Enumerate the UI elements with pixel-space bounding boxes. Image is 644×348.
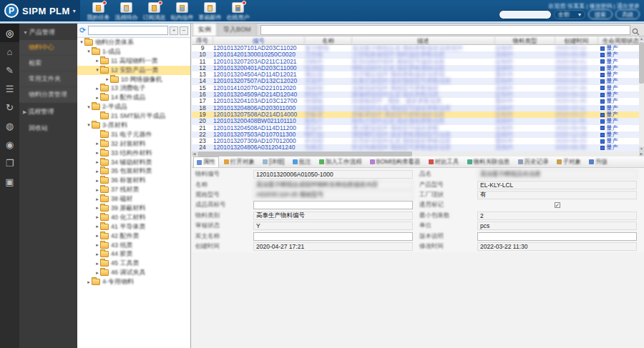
detail-toolbar-button[interactable]: [详细] xyxy=(260,157,288,167)
cell-code-link[interactable]: 1201014102070AD221012020 xyxy=(213,85,305,91)
table-row[interactable]: 20 1201013200408BW021101110 散热片 散热片组件总成 … xyxy=(192,118,644,124)
col-header-index[interactable]: 序号 xyxy=(192,36,213,44)
expand-all-icon[interactable]: + xyxy=(170,26,178,35)
table-row[interactable]: 15 1201014102070AD221012020 线材组 连接线材组件 规… xyxy=(192,85,644,91)
tree-node[interactable]: ▸ 40 化工材料 xyxy=(77,213,190,222)
tree-node[interactable]: 31 电子元器件 xyxy=(77,130,190,139)
table-row[interactable]: 19 1201013207508AD214D14000 屏蔽罩 屏蔽罩组件 规格… xyxy=(192,111,644,118)
menu-section-flow[interactable]: ▶流程管理 xyxy=(19,103,77,119)
broadcast-icon[interactable]: ◉ xyxy=(0,135,19,154)
cell-code-link[interactable]: 1201013200408BW021101110 xyxy=(213,118,305,124)
cell-code-link[interactable]: 1201013207101AD203C11020 xyxy=(213,45,305,51)
col-header-desc[interactable]: 描述 xyxy=(352,36,495,44)
tree-node[interactable]: ▸ 43 纸类 xyxy=(77,241,190,250)
cell-code-link[interactable]: 1201013204508AD114D11200 xyxy=(213,125,305,131)
field-value[interactable] xyxy=(477,232,637,241)
tree-node[interactable]: ▸ 4-专用物料 xyxy=(77,277,190,287)
tree-node[interactable]: ▾ 物料分类体系 xyxy=(77,38,190,47)
cell-code-link[interactable]: 1201013204509AD214D12040 xyxy=(213,91,305,98)
database-icon[interactable]: ☰ xyxy=(0,79,19,98)
cell-code-link[interactable]: 1201013207507AD132C12020 xyxy=(213,78,305,84)
tree-caret-icon[interactable]: ▸ xyxy=(94,86,100,91)
tree-caret-icon[interactable]: ▾ xyxy=(79,39,84,45)
tree-caret-icon[interactable]: ▸ xyxy=(94,159,100,165)
field-value[interactable] xyxy=(253,201,413,209)
tree-node[interactable]: ▸ 42 配件类 xyxy=(77,232,190,241)
field-value[interactable] xyxy=(253,232,413,241)
table-row[interactable]: 13 1201013204504AD114D12021 镜头组 光学镜头组件 规… xyxy=(192,71,644,78)
tree-caret-icon[interactable]: ▸ xyxy=(94,141,100,146)
header-tool-button[interactable]: 在线用户 xyxy=(224,1,252,21)
tree-node[interactable]: 21 SMT贴片半成品 xyxy=(77,111,190,121)
book-icon[interactable]: ❐ xyxy=(0,154,19,172)
tree-node[interactable]: ▸ 11 高端物料一类 xyxy=(77,56,190,66)
horizontal-scrollbar[interactable]: ◀ ▶ xyxy=(192,151,644,156)
field-value[interactable]: 高清显示模组品名信息 xyxy=(477,170,637,179)
cell-code-link[interactable]: 1201013207503AD107011300 xyxy=(213,131,305,138)
menu-item[interactable]: 检索 xyxy=(19,56,77,71)
tab-import-bom[interactable]: 导入BOM xyxy=(218,23,257,36)
menu-item-recycle[interactable]: 回收站 xyxy=(19,119,77,136)
detail-toolbar-button[interactable]: 对比工具 xyxy=(426,157,462,167)
tree-node[interactable]: ▸ 36 标签材料 xyxy=(77,176,190,185)
field-value[interactable]: 120101320006A01050-1000 xyxy=(253,170,413,179)
field-value[interactable]: EL-KLY-LCL xyxy=(477,181,637,189)
cell-code-link[interactable]: 1201013207309AD107012000 xyxy=(213,138,305,144)
tree-search-input[interactable] xyxy=(88,26,168,35)
table-row[interactable]: 9 1201013207101AD203C11020 显示模组 高清显示模组总成… xyxy=(192,45,644,51)
table-row[interactable]: 24 1201013204806A0312041240 包装盒 彩盒包装组件 规… xyxy=(192,144,644,151)
col-header-status[interactable]: 生命周期状态 xyxy=(598,36,644,44)
tree-node[interactable]: ▸ 46 调试夹具 xyxy=(77,268,190,277)
tree-caret-icon[interactable]: ▸ xyxy=(86,279,92,285)
col-header-type[interactable]: 物料类型 xyxy=(495,36,555,44)
cell-code-link[interactable]: 1201013207203AD211C12021 xyxy=(213,59,305,65)
field-value[interactable]: AD203C110-25 规格型号 xyxy=(253,191,413,199)
field-value[interactable]: pcs xyxy=(477,222,637,230)
tree-caret-icon[interactable]: ▸ xyxy=(94,214,100,220)
chat-icon[interactable]: ◍ xyxy=(0,116,19,135)
detail-toolbar-button[interactable]: 加入工作流程 xyxy=(316,157,365,167)
table-row[interactable]: 12 1201013200401AD203C11000 电池组 锂电池组件总成 … xyxy=(192,65,644,71)
col-header-name[interactable]: 名称 xyxy=(305,36,352,44)
table-row[interactable]: 17 1201013204103AD103C12700 按键板 按键板组件 - … xyxy=(192,98,644,104)
tree-caret-icon[interactable]: ▸ xyxy=(94,270,100,276)
global-search-input[interactable] xyxy=(499,10,552,19)
search-nav-icon[interactable]: ◎ xyxy=(0,24,19,42)
tree-caret-icon[interactable]: ▸ xyxy=(94,205,100,211)
tree-node[interactable]: ▸ 44 胶类 xyxy=(77,249,190,259)
tree-node[interactable]: ▸ 45 工具类 xyxy=(77,259,190,268)
cell-code-link[interactable]: 1201013200401AD203C11000 xyxy=(213,65,305,71)
tree-caret-icon[interactable]: ▸ xyxy=(94,187,100,193)
tree-node[interactable]: ▸ 33 结构件材料 xyxy=(77,149,190,158)
tree-caret-icon[interactable]: ▾ xyxy=(86,49,92,54)
tree-caret-icon[interactable]: ▸ xyxy=(94,178,100,184)
header-tool-button[interactable]: 我的任务 xyxy=(84,1,112,21)
tree-node[interactable]: ▸ 14 配件成品 xyxy=(77,93,190,102)
checkbox[interactable]: ✓ xyxy=(555,202,560,208)
app-logo[interactable]: P SIPM PLM ▾ xyxy=(0,0,80,21)
search-button[interactable]: 搜索 xyxy=(588,9,613,19)
collapse-all-icon[interactable]: − xyxy=(180,26,188,35)
home-icon[interactable]: ⌂ xyxy=(0,42,19,61)
scroll-down-arrow[interactable]: ▼ xyxy=(639,146,644,151)
table-row[interactable]: 18 1201013204806AD203011000 天线组 天线组件总成 规… xyxy=(192,105,644,111)
detail-toolbar-button[interactable]: 子对象 xyxy=(554,157,585,167)
tree-caret-icon[interactable]: ▾ xyxy=(94,67,100,73)
advanced-search-button[interactable]: 高级 xyxy=(615,9,640,19)
tree-node[interactable]: ▸ 13 消费电子 xyxy=(77,84,190,93)
col-header-time[interactable]: 创建时间 xyxy=(555,36,598,44)
field-value[interactable]: 有 xyxy=(477,191,637,199)
tab-instance[interactable]: 实例 xyxy=(192,23,217,36)
cell-code-link[interactable]: 1201013204806AD203011000 xyxy=(213,105,305,111)
tree-caret-icon[interactable]: ▾ xyxy=(86,104,92,110)
cell-code-link[interactable]: 1201013204504AD114D12021 xyxy=(213,71,305,78)
table-row[interactable]: 16 1201013204509AD214D12040 模组件 摄像模组组件总成… xyxy=(192,91,644,98)
tree-node[interactable]: ▾ 2-半成品 xyxy=(77,102,190,111)
tree-caret-icon[interactable]: ▸ xyxy=(104,76,110,82)
field-value[interactable]: 2022-03-22 11:30 xyxy=(477,242,637,251)
tree-caret-icon[interactable]: ▸ xyxy=(94,197,100,202)
tree-node[interactable]: ▾ 12 安防产品一类 xyxy=(77,66,190,75)
tree-caret-icon[interactable]: ▸ xyxy=(94,58,100,64)
tree-caret-icon[interactable]: ▸ xyxy=(94,233,100,239)
header-tool-button[interactable]: 草稿邮件 xyxy=(196,1,224,21)
